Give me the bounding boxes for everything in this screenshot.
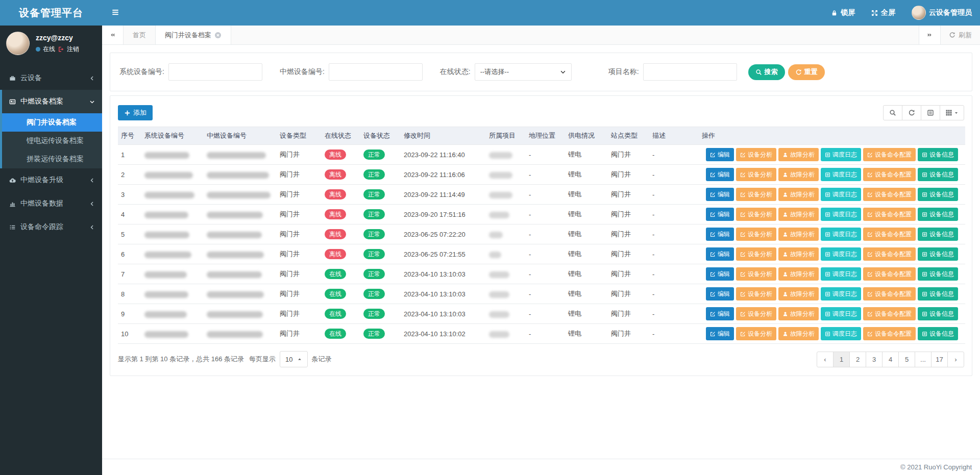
sidebar-item[interactable]: 云设备 [2,66,102,90]
row-action-设备命令配置[interactable]: 设备命令配置 [863,307,916,320]
row-action-设备命令配置[interactable]: 设备命令配置 [863,208,916,221]
row-action-调度日志[interactable]: 调度日志 [821,188,861,201]
row-action-调度日志[interactable]: 调度日志 [821,247,861,261]
row-action-调度日志[interactable]: 调度日志 [821,287,861,301]
row-action-调度日志[interactable]: 调度日志 [821,307,861,320]
row-action-设备命令配置[interactable]: 设备命令配置 [863,188,916,201]
row-action-编辑[interactable]: 编辑 [706,287,734,301]
row-action-设备信息[interactable]: 设备信息 [918,327,958,340]
page-prev[interactable]: ‹ [817,352,834,367]
table-row[interactable]: 8 阀门井 在线 正常 2023-04-10 13:10:03 - 锂电 阀门井… [118,284,965,304]
sidebar-subitem[interactable]: 阀门井设备档案 [2,113,102,132]
add-button[interactable]: 添加 [118,105,153,120]
row-action-故障分析[interactable]: 故障分析 [778,287,819,301]
row-action-设备分析[interactable]: 设备分析 [736,287,776,301]
row-action-故障分析[interactable]: 故障分析 [778,148,819,161]
tab-active[interactable]: 阀门井设备档案 [155,26,231,44]
table-row[interactable]: 4 阀门井 离线 正常 2023-09-20 17:51:16 - 锂电 阀门井… [118,205,965,224]
table-row[interactable]: 5 阀门井 离线 正常 2023-06-25 07:22:20 - 锂电 阀门井… [118,224,965,244]
row-action-设备分析[interactable]: 设备分析 [736,267,776,281]
page-1[interactable]: 1 [833,352,850,367]
column-header[interactable]: 序号 [118,127,141,145]
row-action-设备命令配置[interactable]: 设备命令配置 [863,247,916,261]
row-action-设备命令配置[interactable]: 设备命令配置 [863,168,916,181]
row-action-设备命令配置[interactable]: 设备命令配置 [863,287,916,301]
table-row[interactable]: 2 阀门井 离线 正常 2023-09-22 11:16:06 - 锂电 阀门井… [118,165,965,185]
reset-button[interactable]: 重置 [788,64,825,80]
column-header[interactable]: 地理位置 [526,127,565,145]
sidebar-item[interactable]: 中燃设备升级 [2,168,102,192]
row-action-设备信息[interactable]: 设备信息 [918,208,958,221]
row-action-故障分析[interactable]: 故障分析 [778,307,819,320]
row-action-设备信息[interactable]: 设备信息 [918,148,958,161]
table-detail-view-button[interactable] [921,105,940,120]
row-action-设备分析[interactable]: 设备分析 [736,228,776,241]
row-action-设备分析[interactable]: 设备分析 [736,188,776,201]
row-action-设备信息[interactable]: 设备信息 [918,307,958,320]
row-action-设备信息[interactable]: 设备信息 [918,228,958,241]
column-header[interactable]: 所属项目 [486,127,526,145]
row-action-调度日志[interactable]: 调度日志 [821,168,861,181]
page-5[interactable]: 5 [898,352,915,367]
row-action-设备命令配置[interactable]: 设备命令配置 [863,148,916,161]
row-action-编辑[interactable]: 编辑 [706,148,734,161]
row-action-调度日志[interactable]: 调度日志 [821,327,861,340]
table-columns-button[interactable] [940,105,964,120]
page-17[interactable]: 17 [931,352,948,367]
sidebar-toggle-button[interactable] [102,0,129,26]
table-row[interactable]: 7 阀门井 在线 正常 2023-04-10 13:10:03 - 锂电 阀门井… [118,264,965,284]
tab-refresh-button[interactable]: 刷新 [940,26,980,44]
row-action-编辑[interactable]: 编辑 [706,247,734,261]
app-logo[interactable]: 设备管理平台 [0,0,102,26]
column-header[interactable]: 设备状态 [360,127,401,145]
row-action-设备分析[interactable]: 设备分析 [736,208,776,221]
table-row[interactable]: 10 阀门井 在线 正常 2023-04-10 13:10:02 - 锂电 阀门… [118,324,965,344]
table-search-button[interactable] [883,105,902,120]
row-action-设备信息[interactable]: 设备信息 [918,168,958,181]
search-input[interactable] [643,63,737,81]
page-size-select[interactable]: 10 [280,351,307,367]
row-action-编辑[interactable]: 编辑 [706,208,734,221]
row-action-编辑[interactable]: 编辑 [706,307,734,320]
sidebar-item[interactable]: 设备命令跟踪 [2,215,102,239]
row-action-调度日志[interactable]: 调度日志 [821,208,861,221]
row-action-故障分析[interactable]: 故障分析 [778,247,819,261]
tabs-scroll-right-button[interactable] [919,26,940,44]
row-action-设备信息[interactable]: 设备信息 [918,247,958,261]
search-input[interactable] [329,63,423,81]
sidebar-item[interactable]: 中燃设备数据 [2,192,102,215]
online-status-select[interactable]: --请选择-- [475,63,572,81]
row-action-编辑[interactable]: 编辑 [706,327,734,340]
sidebar-item[interactable]: 中燃设备档案 [2,90,102,113]
row-action-故障分析[interactable]: 故障分析 [778,228,819,241]
row-action-故障分析[interactable]: 故障分析 [778,267,819,281]
row-action-设备分析[interactable]: 设备分析 [736,168,776,181]
page-2[interactable]: 2 [849,352,866,367]
column-header[interactable]: 描述 [649,127,699,145]
row-action-编辑[interactable]: 编辑 [706,168,734,181]
row-action-设备信息[interactable]: 设备信息 [918,188,958,201]
row-action-编辑[interactable]: 编辑 [706,228,734,241]
page-4[interactable]: 4 [882,352,899,367]
row-action-故障分析[interactable]: 故障分析 [778,208,819,221]
row-action-故障分析[interactable]: 故障分析 [778,168,819,181]
search-input[interactable] [168,63,262,81]
row-action-设备信息[interactable]: 设备信息 [918,267,958,281]
table-row[interactable]: 9 阀门井 在线 正常 2023-04-10 13:10:03 - 锂电 阀门井… [118,304,965,324]
table-row[interactable]: 1 阀门井 离线 正常 2023-09-22 11:16:40 - 锂电 阀门井… [118,145,965,165]
column-header[interactable]: 修改时间 [401,127,486,145]
row-action-设备分析[interactable]: 设备分析 [736,247,776,261]
logout-link[interactable]: 注销 [67,45,79,54]
row-action-设备分析[interactable]: 设备分析 [736,327,776,340]
page-3[interactable]: 3 [866,352,883,367]
page-next[interactable]: › [947,352,964,367]
row-action-故障分析[interactable]: 故障分析 [778,188,819,201]
column-header[interactable]: 站点类型 [608,127,649,145]
user-menu[interactable]: 云设备管理员 [903,0,980,26]
row-action-故障分析[interactable]: 故障分析 [778,327,819,340]
close-icon[interactable] [214,32,222,39]
column-header[interactable]: 系统设备编号 [141,127,204,145]
sidebar-subitem[interactable]: 拼装远传设备档案 [2,150,102,168]
tabs-scroll-left-button[interactable] [102,26,124,44]
column-header[interactable]: 在线状态 [322,127,360,145]
